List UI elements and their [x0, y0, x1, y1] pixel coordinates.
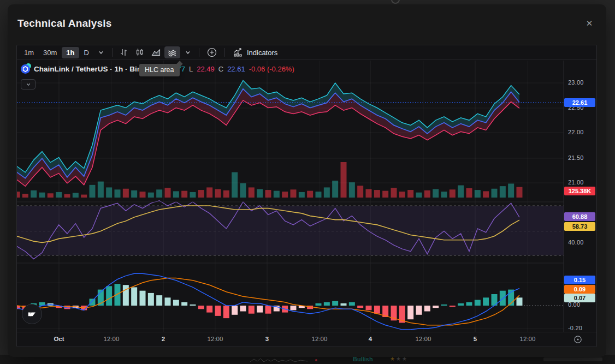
bars-chart-type-button[interactable] [116, 46, 132, 58]
time-axis-label: 5 [462, 336, 488, 342]
timeframe-dropdown-button[interactable] [94, 46, 108, 58]
time-axis-label: 12:00 [515, 336, 541, 342]
time-axis-label: Oct [46, 336, 72, 342]
macd-value-badge: 0.15 [564, 276, 595, 284]
signal-value-badge: 0.09 [564, 285, 595, 294]
indicators-button[interactable]: Indicators [229, 48, 282, 57]
background-blurred-text [543, 357, 602, 361]
chart-toolbar: 1m 30m 1h D [17, 45, 596, 60]
time-axis-label: 12:00 [98, 336, 125, 342]
last-price-badge: 22.61 [564, 98, 595, 107]
symbol-title: ChainLink / TetherUS · 1h · Bin [34, 65, 141, 73]
chart-type-dropdown-button[interactable] [181, 46, 195, 58]
histogram-value-badge: 0.07 [564, 294, 595, 302]
price-tick: 22.00 [568, 129, 584, 135]
chart-canvas[interactable] [17, 61, 596, 332]
candlestick-chart-icon [135, 48, 144, 57]
time-axis-settings-icon[interactable] [573, 335, 583, 344]
time-axis-label: 2 [150, 336, 176, 342]
bars-chart-icon [120, 48, 128, 57]
price-scale[interactable]: 23.00 22.50 22.00 21.50 21.00 22.61 125.… [564, 61, 596, 332]
timeframe-d-button[interactable]: D [80, 47, 93, 58]
background-dot [315, 359, 317, 361]
toolbar-divider [112, 48, 113, 57]
time-axis[interactable]: Oct12:00212:00312:00412:00512:00 [17, 332, 596, 347]
close-value: 22.61 [227, 65, 245, 73]
volume-badge: 125.38K [564, 187, 595, 195]
close-label: C [218, 65, 223, 73]
toolbar-divider [199, 48, 199, 57]
price-tick: 21.00 [568, 179, 584, 186]
time-axis-label: 12:00 [202, 336, 228, 342]
hlc-area-chart-icon [168, 48, 177, 57]
indicators-label: Indicators [247, 49, 277, 57]
time-axis-label: 12:00 [306, 336, 333, 342]
plus-circle-icon [206, 47, 217, 58]
rsi-ma-value-badge: 58.73 [564, 222, 595, 231]
low-label: L [189, 65, 193, 73]
macd-tick: -0.20 [568, 325, 582, 331]
low-value: 22.49 [197, 65, 215, 73]
background-sparkline [250, 357, 308, 363]
time-axis-label: 3 [254, 336, 280, 342]
legend-collapse-button[interactable] [21, 79, 36, 89]
rsi-value-badge: 60.88 [564, 212, 595, 221]
chevron-down-icon [98, 50, 104, 55]
modal-title: Technical Analysis [17, 17, 112, 29]
chart-widget: 1m 30m 1h D [16, 45, 597, 347]
rsi-tick: 40.00 [568, 239, 584, 246]
timeframe-30m-button[interactable]: 30m [39, 47, 61, 58]
indicators-icon [233, 48, 243, 57]
price-tick: 23.00 [568, 79, 584, 86]
price-tick: 21.50 [568, 154, 584, 161]
hlc-area-chart-type-button[interactable] [164, 46, 180, 58]
change-value: -0.06 (-0.26%) [249, 65, 294, 73]
chevron-down-icon [26, 82, 31, 87]
area-chart-type-button[interactable] [148, 46, 164, 58]
chevron-down-icon [185, 50, 191, 55]
chainlink-logo-icon [21, 64, 30, 74]
candles-chart-type-button[interactable] [132, 46, 147, 58]
area-chart-icon [151, 48, 161, 57]
time-axis-label: 12:00 [410, 336, 436, 342]
timeframe-1h-button[interactable]: 1h [62, 47, 79, 58]
timeframe-1m-button[interactable]: 1m [20, 47, 38, 58]
time-axis-label: 4 [357, 336, 383, 342]
hlc-area-tooltip: HLC area [139, 64, 180, 76]
toolbar-divider [224, 48, 225, 57]
tradingview-logo[interactable] [22, 304, 42, 324]
compare-add-button[interactable] [203, 46, 221, 58]
technical-analysis-modal: Technical Analysis ✕ 1m 30m 1h D [8, 4, 606, 357]
background-circle [391, 0, 400, 4]
close-button[interactable]: ✕ [582, 16, 596, 31]
